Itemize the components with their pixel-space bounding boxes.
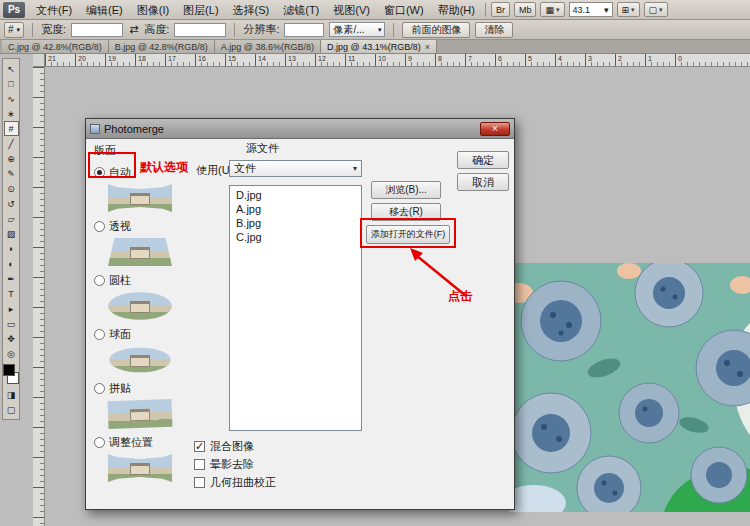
ruler-number: 4 [555, 54, 585, 67]
layout-thumbnail-auto [108, 184, 172, 212]
layout-option-reposition[interactable]: 调整位置 [94, 435, 186, 450]
clear-button[interactable]: 清除 [475, 22, 513, 38]
browse-button[interactable]: 浏览(B)... [371, 181, 441, 199]
foreground-color-swatch[interactable] [3, 364, 15, 376]
tool-preset[interactable]: # ▾ [4, 22, 24, 38]
view-extras-button[interactable]: ▦ ▾ [540, 2, 564, 17]
ruler-number: 3 [585, 54, 615, 67]
marquee-tool[interactable]: □ [4, 76, 19, 91]
menu-window[interactable]: 窗口(W) [377, 0, 431, 20]
menu-image[interactable]: 图像(I) [130, 0, 176, 20]
shape-tool[interactable]: ▭ [4, 316, 19, 331]
ruler-number: 1 [645, 54, 675, 67]
menu-view[interactable]: 视图(V) [326, 0, 377, 20]
layout-option-cylindrical[interactable]: 圆柱 [94, 273, 186, 288]
bridge-button[interactable]: Br [491, 2, 510, 17]
ruler-number: 14 [255, 54, 285, 67]
menu-edit[interactable]: 编辑(E) [79, 0, 130, 20]
screen-mode-button[interactable]: ▢ ▾ [644, 2, 668, 17]
clone-stamp-tool[interactable]: ⊙ [4, 181, 19, 196]
checkbox-geometric-distortion[interactable]: 几何扭曲校正 [194, 475, 276, 490]
layout-option-spherical[interactable]: 球面 [94, 327, 186, 342]
building-graphic [130, 463, 150, 475]
lasso-tool[interactable]: ∿ [4, 91, 19, 106]
checkbox-vignette-removal[interactable]: 晕影去除 [194, 457, 254, 472]
blur-tool[interactable]: ◗ [4, 241, 19, 256]
ruler-number: 12 [315, 54, 345, 67]
menu-select[interactable]: 选择(S) [226, 0, 277, 20]
unit-select[interactable]: 像素/... ▾ [329, 22, 385, 37]
brush-tool[interactable]: ✎ [4, 166, 19, 181]
path-selection-tool[interactable]: ▸ [4, 301, 19, 316]
ok-button[interactable]: 确定 [457, 151, 509, 169]
zoom-level[interactable]: 43.1 ▾ [569, 2, 613, 17]
radio-icon [94, 383, 105, 394]
file-list[interactable]: D.jpg A.jpg B.jpg C.jpg [229, 185, 362, 431]
file-list-item[interactable]: A.jpg [230, 202, 361, 216]
type-tool[interactable]: T [4, 286, 19, 301]
history-brush-tool[interactable]: ↺ [4, 196, 19, 211]
eraser-tool[interactable]: ▱ [4, 211, 19, 226]
swap-dimensions-icon[interactable]: ⇄ [128, 23, 139, 36]
front-image-button[interactable]: 前面的图像 [402, 22, 470, 38]
document-tab-c[interactable]: C.jpg @ 42.8%(RGB/8) [2, 40, 109, 53]
checkbox-blend-images[interactable]: 混合图像 [194, 439, 254, 454]
file-list-item[interactable]: B.jpg [230, 216, 361, 230]
resolution-label: 分辨率: [243, 22, 279, 37]
dialog-titlebar[interactable]: Photomerge × [86, 119, 514, 139]
crop-tool[interactable]: # [4, 121, 19, 136]
layout-option-perspective[interactable]: 透视 [94, 219, 186, 234]
dialog-close-button[interactable]: × [480, 122, 510, 136]
height-input[interactable] [174, 23, 226, 37]
arrange-documents-button[interactable]: ⊞ ▾ [617, 2, 640, 17]
color-swatches[interactable] [3, 364, 19, 386]
gradient-tool[interactable]: ▨ [4, 226, 19, 241]
layout-thumbnail-cylindrical [108, 292, 172, 320]
annotation-default-option-text: 默认选项 [140, 159, 188, 176]
menu-filter[interactable]: 滤镜(T) [276, 0, 326, 20]
move-tool[interactable]: ↖ [4, 61, 19, 76]
crop-icon: # [8, 24, 14, 35]
ruler-horizontal: 2120191817161514131211109876543210 [45, 54, 750, 67]
document-image[interactable] [509, 263, 750, 512]
menu-file[interactable]: 文件(F) [29, 0, 79, 20]
document-tab-a[interactable]: A.jpg @ 38.6%(RGB/8) [215, 40, 321, 53]
quick-selection-tool[interactable]: ∗ [4, 106, 19, 121]
hand-tool[interactable]: ✥ [4, 331, 19, 346]
close-tab-icon[interactable]: × [425, 42, 430, 52]
layout-option-collage[interactable]: 拼贴 [94, 381, 186, 396]
ruler-number: 6 [495, 54, 525, 67]
ruler-number: 16 [195, 54, 225, 67]
screen-mode-toggle[interactable]: ▢ [4, 402, 19, 417]
file-list-item[interactable]: D.jpg [230, 188, 361, 202]
dodge-tool[interactable]: ◐ [4, 256, 19, 271]
use-select[interactable]: 文件 ▾ [229, 160, 362, 177]
zoom-tool[interactable]: ◎ [4, 346, 19, 361]
separator [393, 23, 394, 37]
minibridge-button[interactable]: Mb [514, 2, 537, 17]
width-label: 宽度: [41, 22, 66, 37]
cancel-button[interactable]: 取消 [457, 173, 509, 191]
annotation-click-text: 点击 [448, 288, 472, 305]
radio-icon [94, 221, 105, 232]
quick-mask-button[interactable]: ◨ [4, 387, 19, 402]
ruler-number: 20 [75, 54, 105, 67]
healing-brush-tool[interactable]: ⊕ [4, 151, 19, 166]
ruler-number: 21 [45, 54, 75, 67]
checkbox-icon [194, 459, 205, 470]
radio-icon [94, 329, 105, 340]
width-input[interactable] [71, 23, 123, 37]
building-graphic [130, 247, 150, 259]
file-list-item[interactable]: C.jpg [230, 230, 361, 244]
building-graphic [130, 301, 150, 313]
menu-layer[interactable]: 图层(L) [176, 0, 225, 20]
checkbox-label: 几何扭曲校正 [210, 475, 276, 490]
pen-tool[interactable]: ✒ [4, 271, 19, 286]
resolution-input[interactable] [284, 23, 324, 37]
layout-option-label: 透视 [109, 219, 131, 234]
document-tab-b[interactable]: B.jpg @ 42.8%(RGB/8) [109, 40, 215, 53]
document-tab-d-active[interactable]: D.jpg @ 43.1%(RGB/8) × [321, 40, 437, 53]
ruler-number: 13 [285, 54, 315, 67]
menu-help[interactable]: 帮助(H) [431, 0, 482, 20]
eyedropper-tool[interactable]: ╱ [4, 136, 19, 151]
